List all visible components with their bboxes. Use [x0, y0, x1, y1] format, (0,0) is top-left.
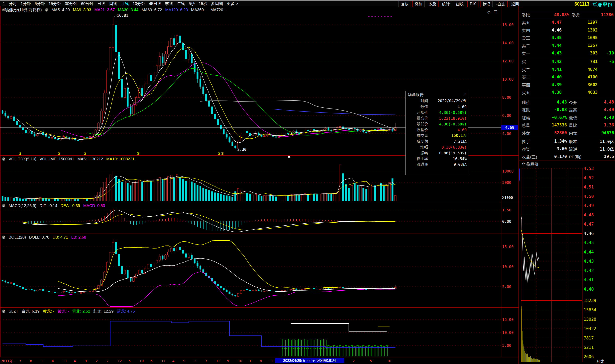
indicator-value-label: MA10: 1008221: [106, 157, 134, 161]
axis-label: 5000: [502, 180, 511, 185]
tooltip-rows: 时间2022/04/29/五数值4.69开盘价4.36(-0.68%)最高价5.…: [406, 98, 468, 167]
indicator-value-label: BOLL: 3.70: [29, 235, 49, 240]
menu-item-分时[interactable]: 分时: [9, 2, 17, 6]
bid-qty: 4100: [554, 75, 598, 79]
toolbar-button--自选[interactable]: -自选: [494, 1, 507, 7]
info-value: 0.170: [523, 154, 567, 159]
chart-window-icon[interactable]: ❐: [494, 10, 497, 14]
indicator-value-label: 白龙: 6.19: [22, 309, 40, 314]
collapse-icon[interactable]: ∨: [2, 157, 5, 161]
indicator-value-label: VOLUME: 1500941: [40, 157, 74, 161]
tooltip-row: 振幅0.86(19.59%): [406, 150, 468, 156]
mini-price-label: 4.43: [584, 259, 594, 264]
info-value: 19.5: [570, 154, 614, 159]
indicator-value-label: 红龙: 12.29: [94, 309, 114, 314]
mini-volume-label: 18239: [584, 298, 596, 303]
toolbar-button-返回[interactable]: 返回: [509, 1, 521, 7]
axis-label: 1.50: [502, 208, 511, 212]
mini-price-label: 4.50: [584, 194, 594, 199]
menu-item-更多 >[interactable]: 更多 >: [227, 2, 238, 6]
info-value: 4.48: [570, 100, 614, 104]
mini-volume-label: 5211: [584, 345, 594, 350]
menu-item-季线[interactable]: 季线: [165, 2, 173, 6]
indicator-value-label: MA360: -: [191, 8, 207, 12]
toolbar-button-统计[interactable]: 统计: [440, 1, 452, 7]
menu-item-15分钟[interactable]: 15分钟: [49, 2, 61, 6]
menu-item-1分钟[interactable]: 1分钟: [21, 2, 31, 6]
timeline-tick: 4: [74, 359, 76, 363]
app-logo-icon[interactable]: [2, 2, 6, 6]
ask-delta: -10: [570, 51, 614, 55]
mini-chart-title: 华鼎股份: [522, 162, 539, 167]
menu-item-年线[interactable]: 年线: [177, 2, 185, 6]
main-chart-title-row: 华鼎股份(月线,前复权)∨MA5: 4.20MA9: 3.93MA21: 3.6…: [2, 7, 227, 13]
ask-qty: 1302: [554, 28, 598, 33]
timeline-tick: 1: [41, 359, 43, 363]
chart-diamond-icon[interactable]: ◇: [487, 10, 490, 14]
menu-item-45日线[interactable]: 45日线: [149, 2, 161, 6]
tooltip-titlebar[interactable]: 华鼎股份 ×: [406, 91, 468, 98]
menu-item-月线[interactable]: 月线: [121, 2, 129, 6]
info-value: -0.03: [523, 107, 567, 112]
mini-price-label: 4.53: [584, 166, 594, 171]
tooltip-title: 华鼎股份: [408, 92, 424, 97]
indicator-value-label: MA120: 6.23: [165, 8, 188, 12]
bid-qty: 4033: [554, 90, 598, 95]
menu-item-周线[interactable]: 周线: [109, 2, 117, 6]
toolbar-button-多股[interactable]: 多股: [426, 1, 438, 7]
tooltip-row: 数值4.69: [406, 104, 468, 109]
trading-terminal: 分时1分钟5分钟15分钟30分钟60分钟日线周线月线10分钟45日线季线年线5秒…: [0, 0, 615, 364]
toolbar-button-复权[interactable]: 复权: [398, 1, 411, 7]
kline-info-tooltip: 华鼎股份 × 时间2022/04/29/五数值4.69开盘价4.36(-0.68…: [405, 91, 468, 175]
tooltip-row: 流通股9.08亿: [406, 162, 468, 167]
toolbar-button-画线[interactable]: 画线: [454, 1, 466, 7]
indicator-value-label: MA69: 6.72: [142, 8, 162, 12]
collapse-icon[interactable]: ∨: [45, 8, 48, 12]
weibi-value: 48.88%: [525, 12, 569, 17]
mini-volume-label: 7817: [584, 336, 594, 340]
info-value: 147536: [523, 123, 567, 128]
period-indicator[interactable]: 月线: [596, 359, 604, 364]
boll-panel-title-row: ∨BOLL(20)BOLL: 3.70UB: 4.71LB: 2.68: [2, 235, 86, 240]
tooltip-row: 成交额7.21亿: [406, 138, 468, 144]
menu-item-60分钟[interactable]: 60分钟: [81, 2, 94, 6]
timeline-cursor-box: 2022/04/29/五 44 至今涨幅0.91%: [275, 358, 344, 363]
mini-volume-label: 10422: [584, 326, 596, 331]
menu-item-5分钟[interactable]: 5分钟: [35, 2, 45, 6]
axis-label: 4.00: [502, 131, 511, 136]
mini-price-label: 4.44: [584, 250, 594, 255]
collapse-icon[interactable]: ∨: [2, 204, 5, 208]
toolbar-button-标记[interactable]: 标记: [480, 1, 492, 7]
menu-item-10分钟[interactable]: 10分钟: [133, 2, 145, 6]
axis-label: 15.00: [502, 317, 514, 322]
bid-qty: 3602: [554, 82, 598, 87]
indicator-value-label: MA720: -: [210, 8, 227, 12]
bid-qty: 4874: [554, 67, 598, 72]
indicator-value-label: MACD(12,26,9): [9, 203, 36, 208]
toolbar-button-叠加[interactable]: 叠加: [412, 1, 425, 7]
timeline-tick: 10: [387, 359, 391, 363]
top-menu-bar: 分时1分钟5分钟15分钟30分钟60分钟日线周线月线10分钟45日线季线年线5秒…: [0, 0, 615, 6]
menu-item-日线[interactable]: 日线: [97, 2, 105, 6]
axis-label: 10000: [502, 169, 514, 173]
panel-name: 华鼎股份(月线,前复权): [2, 7, 42, 13]
menu-item-5秒[interactable]: 5秒: [189, 2, 195, 6]
tooltip-row: 最高价5.22(18.91%): [406, 115, 468, 121]
info-value: 4.43: [523, 100, 567, 104]
menu-item-多周期[interactable]: 多周期: [211, 2, 223, 6]
mini-price-label: 4.46: [584, 231, 594, 236]
timeline-tick: 10: [238, 359, 242, 363]
slzt-panel-title-row: ∨SLZT白龙: 6.19黄龙: -紫龙: -青龙: 2.52红龙: 12.29…: [2, 309, 135, 314]
indicator-value-label: 紫龙: -: [57, 309, 69, 314]
indicator-value-label: 黄龙: -: [43, 309, 54, 314]
collapse-icon[interactable]: ∨: [2, 235, 5, 239]
indicator-value-label: 蓝龙: 4.75: [117, 309, 135, 314]
info-value: 4.40: [570, 115, 614, 120]
indicator-value-label: BOLL(20): [9, 235, 26, 240]
close-icon[interactable]: ×: [464, 92, 467, 96]
timeline-tick: 5: [128, 359, 131, 363]
toolbar-button-F10[interactable]: F10: [467, 1, 479, 7]
menu-item-30分钟[interactable]: 30分钟: [65, 2, 77, 6]
collapse-icon[interactable]: ∨: [2, 310, 5, 313]
menu-item-15秒[interactable]: 15秒: [199, 2, 207, 6]
